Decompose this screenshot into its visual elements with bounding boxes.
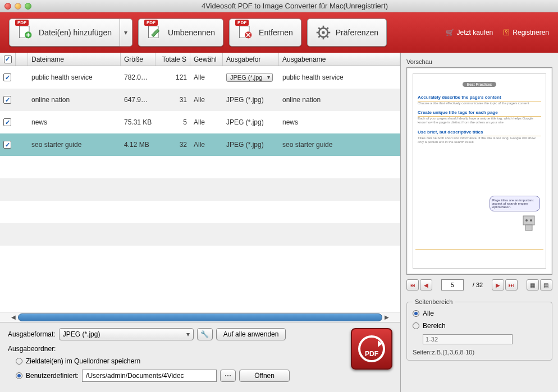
table-row[interactable]: news75.31 KB5AlleJPEG (*.jpg)news (0, 111, 400, 133)
next-page-button[interactable]: ▶ (492, 279, 504, 290)
svg-rect-17 (523, 216, 534, 225)
output-folder-label: Ausgabeordner: (8, 345, 56, 353)
cell-size: 647.9… (121, 96, 155, 104)
preferences-button[interactable]: Präferenzen (307, 19, 387, 47)
custom-folder-radio[interactable] (16, 372, 22, 379)
cell-size: 75.31 KB (121, 118, 155, 126)
cell-output: online nation (279, 96, 400, 104)
horizontal-scrollbar[interactable]: ◀ ▶ (0, 312, 400, 322)
first-page-button[interactable]: ⏮ (406, 279, 419, 290)
col-output[interactable]: Ausgabename (279, 53, 400, 66)
range-input[interactable] (423, 334, 513, 344)
output-path-field[interactable]: /Users/admin/Documents/4Videc (82, 370, 217, 382)
format-settings-button[interactable]: 🔧 (197, 328, 213, 340)
select-all-checkbox[interactable] (4, 56, 12, 63)
cell-format: JPEG (*.jpg) (223, 96, 279, 104)
table-row[interactable]: online nation647.9…31AlleJPEG (*.jpg)onl… (0, 89, 400, 111)
page-number-input[interactable] (441, 279, 464, 290)
cell-output: seo starter guide (279, 141, 400, 149)
toolbar: PDF Datei(en) hinzufügen ▾ PDF Umbenenne… (0, 12, 558, 53)
cell-format: JPEG (*.jpg) (223, 118, 279, 126)
cell-name: public health service (28, 73, 121, 81)
range-all-radio[interactable] (413, 310, 419, 317)
view-mode-1-button[interactable]: ▦ (527, 279, 539, 290)
cell-total: 5 (155, 118, 190, 126)
svg-text:PDF: PDF (365, 350, 378, 358)
browse-button[interactable]: ⋯ (220, 370, 236, 382)
svg-point-18 (525, 219, 528, 222)
page-range-legend: Seitenbereich (413, 298, 455, 305)
range-custom-label: Bereich (423, 322, 446, 330)
table-row[interactable]: public health service782.0…121AlleJPEG (… (0, 66, 400, 89)
buy-link[interactable]: 🛒 Jetzt kaufen (446, 29, 493, 36)
cell-selected: Alle (190, 73, 223, 81)
svg-line-11 (318, 27, 321, 30)
key-icon: ⚿ (503, 29, 510, 36)
page-range-fieldset: Seitenbereich Alle Bereich Seiten:z.B.(1… (406, 298, 552, 361)
svg-line-14 (318, 35, 321, 38)
svg-point-19 (530, 219, 532, 222)
remove-button[interactable]: PDF Entfernen (229, 19, 301, 47)
output-settings: Ausgabeformat: JPEG (*.jpg) 🔧 Auf alle a… (0, 322, 400, 392)
table-body: public health service782.0…121AlleJPEG (… (0, 66, 400, 312)
col-size[interactable]: Größe (121, 53, 155, 66)
cell-output: public health service (279, 73, 400, 81)
convert-pdf-icon: PDF (356, 334, 387, 364)
minimize-icon[interactable] (15, 3, 21, 10)
table-row-empty (0, 223, 400, 246)
row-checkbox[interactable] (3, 96, 11, 104)
col-filename[interactable]: Dateiname (28, 53, 121, 66)
titlebar: 4Videosoft PDF to Image Converter für Ma… (0, 0, 558, 12)
cart-icon: 🛒 (446, 29, 454, 36)
row-checkbox[interactable] (3, 141, 11, 149)
table-row[interactable]: seo starter guide4.12 MB32AlleJPEG (*.jp… (0, 133, 400, 156)
chevron-down-icon: ▾ (124, 29, 127, 36)
table-row-empty (0, 201, 400, 223)
rename-button[interactable]: PDF Umbenennen (138, 19, 223, 47)
cell-size: 4.12 MB (121, 141, 155, 149)
robot-icon (518, 211, 540, 234)
add-files-button[interactable]: PDF Datei(en) hinzufügen (9, 19, 120, 47)
svg-line-13 (326, 27, 328, 30)
convert-button[interactable]: PDF (351, 328, 392, 370)
row-checkbox[interactable] (3, 73, 11, 81)
prev-page-button[interactable]: ◀ (420, 279, 432, 290)
cell-selected: Alle (190, 96, 223, 104)
rename-icon (147, 24, 162, 40)
cell-selected: Alle (190, 141, 223, 149)
add-files-dropdown[interactable]: ▾ (120, 19, 132, 47)
source-folder-label: Zieldatei(en) im Quellordner speichern (26, 357, 140, 365)
table-row-empty (0, 246, 400, 268)
wrench-icon: 🔧 (200, 330, 209, 338)
cell-name: seo starter guide (28, 141, 121, 149)
view-mode-2-button[interactable]: ▤ (540, 279, 552, 290)
apply-all-button[interactable]: Auf alle anwenden (216, 328, 286, 340)
cell-selected: Alle (190, 118, 223, 126)
page-total: / 32 (473, 282, 483, 288)
col-selected[interactable]: Gewähl (190, 53, 223, 66)
cell-total: 32 (155, 141, 190, 149)
maximize-icon[interactable] (25, 3, 31, 10)
range-custom-radio[interactable] (413, 322, 419, 329)
open-folder-button[interactable]: Öffnen (239, 370, 290, 382)
cell-name: online nation (28, 96, 121, 104)
source-folder-radio[interactable] (16, 358, 22, 365)
register-link[interactable]: ⚿ Registrieren (503, 29, 549, 36)
scroll-left-icon[interactable]: ◀ (9, 314, 18, 320)
table-row-empty (0, 178, 400, 201)
cell-format[interactable]: JPEG (*.jpg (223, 73, 279, 82)
cell-total: 121 (155, 73, 190, 81)
row-checkbox[interactable] (3, 118, 11, 126)
range-hint: Seiten:z.B.(1,3,6,8-10) (413, 349, 546, 356)
col-format[interactable]: Ausgabefor (223, 53, 279, 66)
scroll-right-icon[interactable]: ▶ (382, 314, 391, 320)
table-header: Dateiname Größe Totale S Gewähl Ausgabef… (0, 53, 400, 66)
window-title: 4Videosoft PDF to Image Converter für Ma… (31, 2, 558, 10)
output-format-select[interactable]: JPEG (*.jpg) (59, 328, 194, 340)
close-icon[interactable] (4, 3, 11, 10)
last-page-button[interactable]: ⏭ (505, 279, 518, 290)
cell-size: 782.0… (121, 73, 155, 81)
cell-total: 31 (155, 96, 190, 104)
range-all-label: Alle (423, 310, 434, 317)
col-total[interactable]: Totale S (155, 53, 190, 66)
